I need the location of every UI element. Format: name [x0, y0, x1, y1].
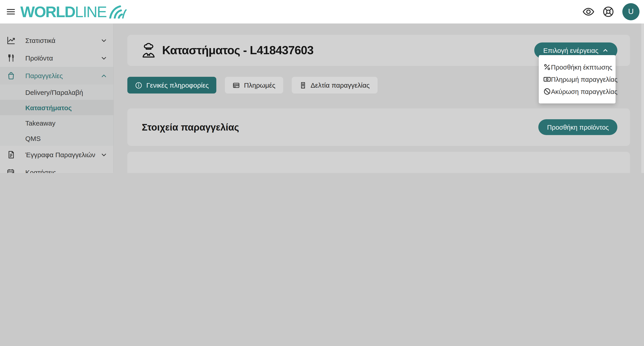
worldline-waves-icon: [108, 5, 127, 18]
sidebar-item-label: QMS: [25, 134, 41, 142]
menu-item-add-discount[interactable]: Προσθήκη έκπτωσης: [543, 61, 611, 73]
sidebar-item-label: Delivery/Παραλαβή: [25, 88, 83, 96]
sidebar-item-reservations[interactable]: Κρατήσεις: [0, 164, 113, 173]
table-header-row: Προϊόντα Περιλαμβάνει Ποσότητα Κατάσταση…: [141, 152, 616, 173]
tab-label: Πληρωμές: [244, 81, 276, 89]
sidebar-item-label: Έγγραφα Παραγγελιών: [25, 151, 101, 158]
calendar-icon: [7, 168, 15, 173]
worldline-logo[interactable]: WORLDLINE: [20, 3, 127, 20]
sidebar-item-label: Παραγγελίες: [25, 72, 101, 80]
percent-icon: [543, 63, 551, 71]
credit-card-icon: [233, 82, 240, 89]
sidebar-item-order-documents[interactable]: Έγγραφα Παραγγελιών: [0, 146, 113, 164]
user-avatar[interactable]: U: [622, 3, 640, 20]
chevron-down-icon: [101, 152, 107, 158]
logo-text-world: WORLD: [20, 3, 75, 20]
sidebar-item-qms[interactable]: QMS: [0, 130, 113, 146]
chevron-up-icon: [101, 72, 107, 79]
menu-item-pay-order[interactable]: Πληρωμή παραγγελίας: [543, 73, 611, 85]
cancel-icon: [543, 88, 551, 95]
lifebuoy-icon[interactable]: [602, 6, 614, 18]
chevron-up-icon: [602, 48, 608, 53]
tab-payments[interactable]: Πληρωμές: [225, 77, 283, 94]
chevron-down-icon: [101, 55, 107, 61]
page-title: Καταστήματος - L418437603: [162, 43, 314, 57]
tab-label: Δελτία παραγγελίας: [311, 81, 370, 89]
tab-label: Γενικές πληροφορίες: [146, 81, 209, 89]
hamburger-menu-icon[interactable]: [7, 8, 15, 16]
order-tabs: Γενικές πληροφορίες Πληρωμές Δελτία παρα…: [127, 77, 377, 94]
line-chart-icon: [7, 36, 15, 45]
sidebar-item-takeaway[interactable]: Takeaway: [0, 115, 113, 130]
menu-item-label: Ακύρωση παραγγελίας: [551, 88, 617, 95]
tab-order-receipts[interactable]: Δελτία παραγγελίας: [292, 77, 378, 94]
document-icon: [7, 150, 15, 159]
shopping-bag-icon: [7, 71, 15, 80]
logo-text-line: LINE: [75, 3, 106, 20]
order-items-table-card: Προϊόντα Περιλαμβάνει Ποσότητα Κατάσταση…: [127, 152, 630, 173]
sidebar-item-label: Κρατήσεις: [25, 168, 107, 173]
select-action-label: Επιλογή ενέργειας: [543, 46, 598, 54]
eye-icon[interactable]: [582, 6, 594, 18]
info-icon: [135, 82, 142, 89]
order-items-header-card: Στοιχεία παραγγελίας Προσθήκη προϊόντος: [127, 108, 630, 146]
sidebar-item-label: Στατιστικά: [25, 36, 101, 44]
chevron-down-icon: [101, 37, 107, 44]
app-window: WORLDLINE U Στατιστικά: [0, 0, 644, 173]
sidebar-item-delivery[interactable]: Delivery/Παραλαβή: [0, 84, 113, 100]
top-bar: WORLDLINE U: [0, 0, 644, 24]
avatar-initial: U: [628, 7, 634, 16]
sidebar: Στατιστικά Προϊόντα Παραγγελίες Delivery…: [0, 24, 114, 173]
menu-item-label: Πληρωμή παραγγελίας: [551, 76, 618, 83]
sidebar-item-orders[interactable]: Παραγγελίες: [0, 67, 113, 84]
sidebar-item-in-store[interactable]: Καταστήματος: [0, 100, 113, 115]
sidebar-item-label: Takeaway: [25, 119, 55, 127]
scrollbar-track[interactable]: [641, 24, 644, 173]
receipt-icon: [300, 82, 307, 89]
action-dropdown-menu: Προσθήκη έκπτωσης Πληρωμή παραγγελίας Ακ…: [539, 55, 616, 104]
sidebar-item-label: Προϊόντα: [25, 54, 101, 62]
tab-general-info[interactable]: Γενικές πληροφορίες: [127, 77, 216, 94]
menu-item-cancel-order[interactable]: Ακύρωση παραγγελίας: [543, 85, 611, 98]
sidebar-item-products[interactable]: Προϊόντα: [0, 49, 113, 67]
sidebar-item-label: Καταστήματος: [25, 104, 72, 111]
menu-item-label: Προσθήκη έκπτωσης: [551, 64, 612, 71]
add-product-button[interactable]: Προσθήκη προϊόντος: [538, 119, 617, 135]
order-items-heading: Στοιχεία παραγγελίας: [142, 122, 239, 132]
sidebar-item-statistics[interactable]: Στατιστικά: [0, 32, 113, 49]
chef-icon: [142, 43, 155, 58]
cutlery-icon: [7, 54, 15, 62]
banknote-icon: [543, 76, 551, 83]
